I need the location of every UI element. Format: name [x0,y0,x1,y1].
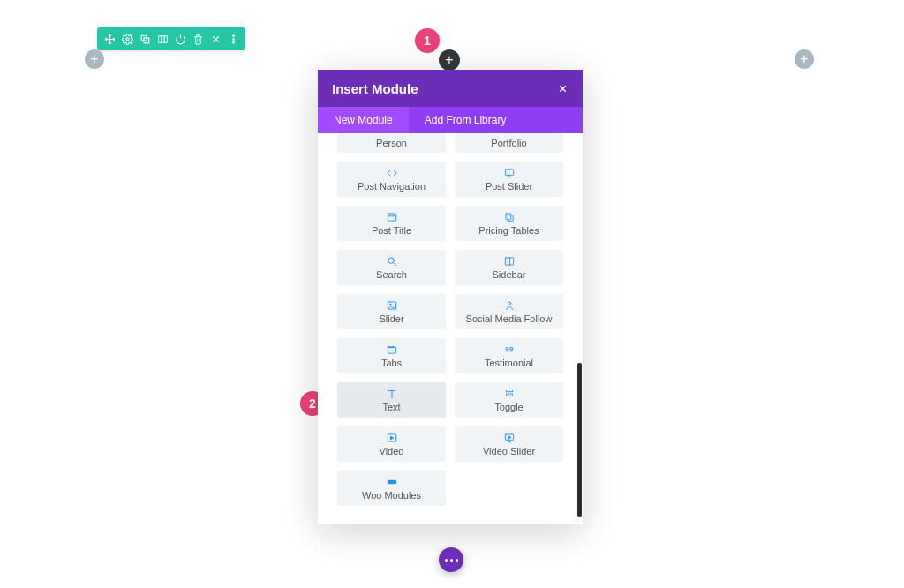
svg-point-11 [388,258,393,263]
gear-icon[interactable] [121,33,133,45]
video-slider-icon [503,432,516,444]
image-icon [386,299,398,312]
monitor-icon [503,167,516,179]
user-icon [503,299,516,312]
module-label: Person [376,138,407,148]
scrollbar-thumb[interactable] [577,363,582,517]
module-label: Toggle [494,402,523,412]
tab-new-module[interactable]: New Module [318,107,409,133]
modal-header: Insert Module [318,70,583,107]
svg-point-6 [232,41,234,43]
add-module-button[interactable]: + [439,49,460,71]
svg-rect-12 [505,258,513,265]
module-label: Text [382,402,400,412]
layout-icon [386,211,398,223]
module-list: Person Portfolio Post Navigation Post Sl… [337,133,563,514]
svg-point-0 [125,37,128,40]
module-video[interactable]: Video [337,426,446,462]
module-label: Video [380,446,404,456]
module-label: Post Navigation [358,181,426,192]
page-settings-fab[interactable] [439,547,463,572]
module-portfolio[interactable]: Portfolio [455,133,563,153]
module-social-media-follow[interactable]: Social Media Follow [455,294,563,329]
modal-tabs: New Module Add From Library [318,107,583,133]
columns-icon[interactable] [156,33,169,45]
close-icon[interactable] [209,33,222,45]
code-icon [386,167,398,179]
module-label: Social Media Follow [466,313,553,324]
module-post-navigation[interactable]: Post Navigation [337,162,446,197]
insert-module-modal: Insert Module New Module Add From Librar… [318,70,583,524]
stack-icon [503,211,516,223]
svg-rect-7 [505,170,513,175]
svg-point-4 [232,34,234,36]
module-sidebar[interactable]: Sidebar [455,250,563,285]
module-toggle[interactable]: Toggle [455,382,563,418]
more-icon [445,559,458,562]
sidebar-icon [503,255,516,268]
section-toolbar [97,27,245,50]
module-label: Pricing Tables [478,225,539,236]
modal-title: Insert Module [332,81,418,96]
svg-point-15 [508,302,511,305]
toggle-icon [503,388,516,400]
module-text[interactable]: Text [337,382,446,418]
text-icon [386,388,398,400]
module-slider[interactable]: Slider [337,294,446,329]
module-search[interactable]: Search [337,250,446,285]
tab-add-from-library[interactable]: Add From Library [409,107,523,133]
module-label: Tabs [381,358,402,368]
svg-rect-8 [388,214,396,221]
module-label: Post Title [372,225,411,236]
module-pricing-tables[interactable]: Pricing Tables [455,206,563,241]
move-icon[interactable] [103,33,116,45]
module-label: Portfolio [491,138,526,148]
tabs-icon [386,343,398,356]
woo-icon [386,476,398,488]
module-label: Slider [379,313,403,324]
module-label: Testimonial [485,358,533,368]
module-post-title[interactable]: Post Title [337,206,446,241]
module-tabs[interactable]: Tabs [337,338,446,373]
power-icon[interactable] [174,33,186,45]
search-icon [386,255,398,268]
module-person[interactable]: Person [337,133,446,153]
module-woo-modules[interactable]: Woo Modules [337,471,446,506]
module-post-slider[interactable]: Post Slider [455,162,563,197]
svg-point-14 [389,304,391,305]
module-label: Search [376,269,407,280]
quote-icon [503,343,516,356]
module-video-slider[interactable]: Video Slider [455,426,563,462]
svg-rect-16 [388,348,396,353]
play-icon [386,432,398,444]
svg-rect-10 [508,215,513,222]
annotation-badge-1: 1 [415,28,440,53]
module-testimonial[interactable]: Testimonial [455,338,563,373]
module-label: Post Slider [486,181,532,192]
duplicate-icon[interactable] [139,33,151,45]
more-icon[interactable] [227,33,239,45]
add-column-left-button[interactable]: + [85,49,104,69]
add-column-right-button[interactable]: + [795,49,814,69]
module-label: Video Slider [483,446,535,456]
svg-rect-3 [158,35,167,42]
svg-rect-9 [505,214,510,220]
module-label: Woo Modules [362,490,421,501]
trash-icon[interactable] [192,33,204,45]
modal-body: Person Portfolio Post Navigation Post Sl… [318,133,583,524]
module-label: Sidebar [493,269,526,280]
svg-point-5 [232,38,234,40]
svg-rect-19 [387,480,396,485]
modal-close-icon[interactable] [557,83,569,94]
